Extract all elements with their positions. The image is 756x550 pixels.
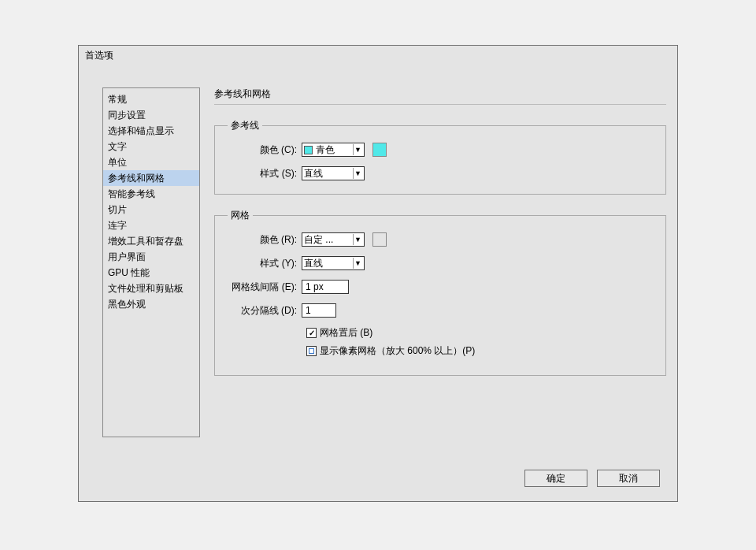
sidebar-item-guides-grid[interactable]: 参考线和网格 bbox=[103, 170, 199, 186]
grid-spacing-input[interactable] bbox=[302, 280, 349, 294]
grid-spacing-label: 网格线间隔 (E): bbox=[228, 281, 302, 294]
preferences-content: 参考线和网格 参考线 颜色 (C): 青色 ▼ 样式 (S): 直线 bbox=[200, 87, 666, 459]
grid-style-value: 直线 bbox=[304, 257, 353, 270]
sidebar-item-general[interactable]: 常规 bbox=[103, 91, 199, 107]
grid-color-label: 颜色 (R): bbox=[228, 233, 302, 247]
grid-style-label: 样式 (Y): bbox=[228, 257, 302, 270]
dropdown-arrow-icon: ▼ bbox=[353, 234, 362, 245]
section-title: 参考线和网格 bbox=[214, 87, 666, 105]
checkmark-icon: ✓ bbox=[309, 329, 315, 337]
guides-color-label: 颜色 (C): bbox=[228, 143, 302, 157]
guides-style-value: 直线 bbox=[304, 167, 353, 180]
pixel-grid-checkbox[interactable] bbox=[306, 346, 317, 356]
sidebar-item-file-clipboard[interactable]: 文件处理和剪贴板 bbox=[103, 281, 199, 296]
sidebar-item-ui[interactable]: 用户界面 bbox=[103, 249, 199, 265]
guides-legend: 参考线 bbox=[228, 119, 262, 132]
grid-back-label: 网格置后 (B) bbox=[320, 326, 372, 340]
guides-style-select[interactable]: 直线 ▼ bbox=[302, 166, 365, 180]
preferences-dialog: 首选项 常规 同步设置 选择和锚点显示 文字 单位 参考线和网格 智能参考线 切… bbox=[78, 45, 678, 502]
dropdown-arrow-icon: ▼ bbox=[353, 168, 362, 179]
grid-legend: 网格 bbox=[228, 209, 253, 222]
sidebar-item-type[interactable]: 文字 bbox=[103, 139, 199, 154]
dialog-title: 首选项 bbox=[79, 46, 677, 65]
grid-color-swatch[interactable] bbox=[372, 232, 387, 247]
guides-style-label: 样式 (S): bbox=[228, 167, 302, 180]
dropdown-arrow-icon: ▼ bbox=[353, 144, 362, 155]
empty-checkbox-icon bbox=[309, 348, 314, 354]
grid-subdiv-input[interactable] bbox=[302, 303, 336, 318]
grid-subdiv-label: 次分隔线 (D): bbox=[228, 304, 302, 318]
grid-color-select[interactable]: 自定 ... ▼ bbox=[302, 232, 365, 247]
sidebar-item-units[interactable]: 单位 bbox=[103, 154, 199, 170]
sidebar-item-black-appearance[interactable]: 黑色外观 bbox=[103, 296, 199, 312]
sidebar-item-slices[interactable]: 切片 bbox=[103, 202, 199, 217]
dialog-body: 常规 同步设置 选择和锚点显示 文字 单位 参考线和网格 智能参考线 切片 连字… bbox=[79, 65, 677, 459]
dialog-footer: 确定 取消 bbox=[524, 470, 660, 487]
sidebar-item-selection-anchor[interactable]: 选择和锚点显示 bbox=[103, 123, 199, 139]
grid-style-select[interactable]: 直线 ▼ bbox=[302, 256, 365, 270]
grid-color-value: 自定 ... bbox=[304, 233, 353, 247]
sidebar-item-sync[interactable]: 同步设置 bbox=[103, 107, 199, 123]
sidebar-item-hyphenation[interactable]: 连字 bbox=[103, 217, 199, 233]
guides-color-swatch-inline bbox=[304, 146, 313, 154]
ok-button[interactable]: 确定 bbox=[524, 470, 587, 487]
sidebar-item-gpu[interactable]: GPU 性能 bbox=[103, 265, 199, 281]
guides-color-swatch[interactable] bbox=[372, 143, 387, 157]
pixel-grid-label: 显示像素网格（放大 600% 以上）(P) bbox=[320, 344, 475, 358]
guides-group: 参考线 颜色 (C): 青色 ▼ 样式 (S): 直线 ▼ bbox=[214, 119, 666, 195]
grid-back-checkbox[interactable]: ✓ bbox=[306, 328, 317, 338]
preferences-sidebar: 常规 同步设置 选择和锚点显示 文字 单位 参考线和网格 智能参考线 切片 连字… bbox=[102, 87, 200, 437]
grid-group: 网格 颜色 (R): 自定 ... ▼ 样式 (Y): 直线 ▼ bbox=[214, 209, 666, 376]
cancel-button[interactable]: 取消 bbox=[597, 470, 660, 487]
guides-color-value: 青色 bbox=[316, 143, 353, 157]
guides-color-select[interactable]: 青色 ▼ bbox=[302, 143, 365, 157]
sidebar-item-smart-guides[interactable]: 智能参考线 bbox=[103, 186, 199, 202]
sidebar-item-plugins-scratch[interactable]: 增效工具和暂存盘 bbox=[103, 233, 199, 249]
dropdown-arrow-icon: ▼ bbox=[353, 258, 362, 269]
